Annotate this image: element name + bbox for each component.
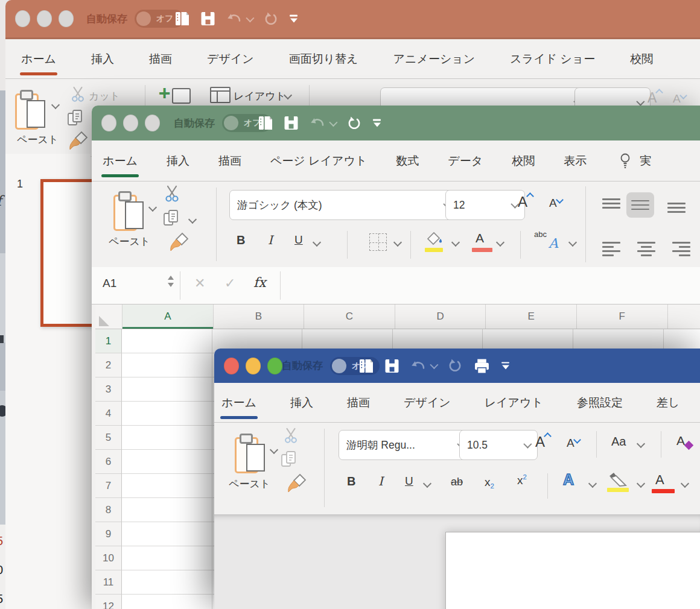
grow-font-button[interactable]: A [535,434,545,450]
new-from-template-button[interactable] [175,11,189,27]
underline-chevron-icon[interactable] [313,238,321,247]
name-box[interactable]: A1 [103,277,116,290]
font-name-dropdown[interactable]: 游ゴシック (本文) [229,190,457,220]
zoom-button[interactable] [145,115,160,131]
phonetic-chevron-icon[interactable] [568,238,577,247]
save-button[interactable] [385,359,399,373]
column-header-partial[interactable] [668,304,700,329]
align-center-button[interactable] [637,242,655,256]
tab-review[interactable]: 校閲 [630,51,653,67]
row-header[interactable]: 9 [95,522,122,546]
paste-button[interactable] [15,90,46,130]
tab-home[interactable]: ホーム [221,395,256,411]
borders-chevron-icon[interactable] [393,238,402,247]
row-header[interactable]: 11 [95,570,122,595]
redo-button[interactable] [448,359,462,373]
customize-toolbar-button[interactable] [501,362,509,370]
select-all-corner[interactable] [95,304,122,329]
tab-references[interactable]: 参照設定 [577,395,623,411]
underline-button[interactable]: U [294,233,303,247]
tab-review[interactable]: 校閲 [512,153,535,169]
tab-slideshow[interactable]: スライド ショー [510,51,595,67]
tab-data[interactable]: データ [448,153,483,169]
tab-mailings-partial[interactable]: 差し [657,395,679,411]
format-painter-button[interactable] [68,131,90,151]
tab-home[interactable]: ホーム [103,153,138,169]
align-left-button[interactable] [602,242,620,256]
underline-button[interactable]: U [405,475,413,488]
format-painter-button[interactable] [287,473,308,494]
tab-page-layout[interactable]: ページ レイアウト [270,153,367,169]
new-slide-button[interactable]: + [158,85,191,106]
row-header[interactable]: 4 [95,402,122,426]
tab-transitions[interactable]: 画面切り替え [289,51,358,67]
font-size-dropdown[interactable]: 12 [445,190,525,220]
minimize-button[interactable] [246,358,261,374]
column-header-f[interactable]: F [577,304,668,329]
insert-function-button[interactable]: fx [253,275,266,290]
underline-chevron-icon[interactable] [423,479,431,488]
close-button[interactable] [224,358,239,374]
close-button[interactable] [101,115,116,131]
column-header-a[interactable]: A [122,304,214,329]
minimize-button[interactable] [37,10,52,27]
close-button[interactable] [15,10,30,27]
document-page[interactable] [445,532,700,609]
redo-button[interactable] [347,116,361,130]
formula-input[interactable] [285,267,700,303]
paste-button[interactable] [235,434,266,473]
paste-menu-chevron-icon[interactable] [51,101,60,109]
align-bottom-button[interactable] [667,198,686,213]
strikethrough-button[interactable]: ab [451,476,463,488]
cancel-button[interactable]: ✕ [194,276,205,291]
shrink-font-button[interactable]: A [549,197,557,210]
column-header-b[interactable]: B [214,304,305,329]
tab-insert[interactable]: 挿入 [91,51,114,67]
copy-menu-chevron-icon[interactable] [188,215,197,224]
zoom-button[interactable] [267,358,282,374]
undo-button[interactable] [410,359,436,373]
cut-button[interactable] [164,185,180,203]
text-effects-chevron-icon[interactable] [588,479,597,488]
grow-font-button[interactable]: A [648,90,657,106]
customize-toolbar-button[interactable] [290,15,298,23]
italic-button[interactable]: I [268,233,273,247]
tab-design[interactable]: デザイン [404,395,451,411]
name-box-spinner[interactable] [168,276,174,287]
row-header[interactable]: 3 [95,377,122,402]
layout-button[interactable]: レイアウト [234,89,286,103]
change-case-chevron-icon[interactable] [637,440,645,448]
row-header[interactable]: 8 [95,498,122,522]
text-effects-button[interactable]: A [563,471,574,488]
tab-layout[interactable]: レイアウト [485,395,543,411]
align-right-button[interactable] [672,242,690,256]
tab-formulas[interactable]: 数式 [396,153,419,169]
paste-menu-chevron-icon[interactable] [148,203,157,212]
new-from-template-button[interactable] [258,116,273,131]
column-header-c[interactable]: C [304,304,395,329]
row-header[interactable]: 6 [95,450,122,474]
undo-button[interactable] [226,12,252,26]
print-button[interactable] [474,358,490,373]
phonetic-guide-button[interactable]: abc A [534,230,568,257]
highlight-chevron-icon[interactable] [637,479,645,488]
undo-button[interactable] [310,116,336,130]
shrink-font-button[interactable]: A [673,92,681,106]
new-from-template-button[interactable] [359,358,374,373]
row-header[interactable]: 5 [95,426,122,450]
row-header[interactable]: 12 [95,595,122,609]
paste-button[interactable] [113,191,145,231]
font-name-dropdown[interactable]: 游明朝 Regu... [339,430,471,460]
minimize-button[interactable] [123,115,138,131]
italic-button[interactable]: I [378,474,383,488]
align-top-button[interactable] [602,198,620,213]
tab-draw[interactable]: 描画 [218,153,241,169]
save-button[interactable] [284,116,298,130]
superscript-button[interactable]: x2 [517,473,527,487]
zoom-button[interactable] [59,10,74,27]
column-header-e[interactable]: E [486,304,577,329]
align-middle-button-selected[interactable] [626,192,654,218]
highlight-button[interactable] [606,471,629,487]
tab-draw[interactable]: 描画 [347,395,370,411]
column-header-d[interactable]: D [395,304,486,329]
